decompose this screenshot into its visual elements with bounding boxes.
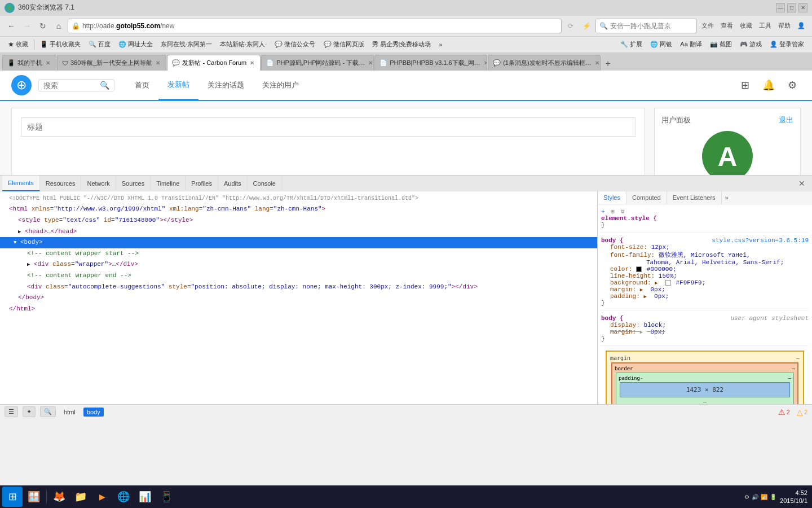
favorites-icon[interactable]: ★ 收藏: [5, 39, 32, 50]
tab-close-icon[interactable]: ✕: [594, 60, 601, 66]
tab-php-source[interactable]: 📄 PHP源码,PHP网站源码 - 下载… ✕: [261, 55, 374, 71]
bell-icon[interactable]: 🔔: [760, 77, 777, 94]
styles-tab-computed[interactable]: Computed: [626, 191, 667, 204]
forum-nav-new-post[interactable]: 发新帖: [158, 71, 198, 100]
address-bar[interactable]: 🔒 http://oade.gotoip55.com/new: [68, 19, 562, 33]
devtools-close-button[interactable]: ✕: [794, 177, 810, 190]
taskbar-item-media[interactable]: ▶: [92, 487, 112, 507]
tab-post-issue[interactable]: 💬 (1条消息)发帖时不显示编辑框… ✕: [488, 55, 601, 71]
devtools-tab-sources[interactable]: Sources: [116, 176, 151, 191]
dom-line-html-close[interactable]: </html>: [0, 304, 597, 315]
文件-button[interactable]: 文件: [699, 20, 716, 31]
xiuchina-btn[interactable]: 秀 易企秀|免费移动场: [369, 39, 435, 50]
工具-button[interactable]: 工具: [757, 20, 774, 31]
devtools-tab-timeline[interactable]: Timeline: [151, 176, 186, 191]
devtools-tab-elements[interactable]: Elements: [2, 176, 40, 191]
taskbar-item-explorer[interactable]: 📁: [70, 487, 91, 507]
taskbar-item-windows[interactable]: 🪟: [24, 487, 44, 507]
style-gear-icon[interactable]: ⚙: [620, 208, 624, 215]
dom-line-html[interactable]: <html xmlns="http://www.w3.org/1999/xhtm…: [0, 204, 597, 215]
dom-line-head[interactable]: ▶<head>…</head>: [0, 226, 597, 238]
tab-close-icon[interactable]: ✕: [483, 60, 487, 66]
tab-close-icon[interactable]: ✕: [155, 60, 161, 66]
url-all-btn[interactable]: 🌐 网址大全: [115, 39, 156, 50]
screenshot-btn[interactable]: 📷 截图: [707, 39, 735, 50]
grid-icon[interactable]: ⊞: [736, 77, 753, 94]
devtools-tab-resources[interactable]: Resources: [40, 176, 82, 191]
home-button[interactable]: ⌂: [52, 19, 65, 33]
close-button[interactable]: ✕: [798, 3, 807, 12]
taskbar-item-browser[interactable]: 🌐: [113, 487, 134, 507]
帮助-button[interactable]: 帮助: [776, 20, 793, 31]
dom-line-body[interactable]: ▼<body>: [0, 237, 597, 248]
netbank-btn[interactable]: 🌐 网银: [647, 39, 676, 50]
settings-icon[interactable]: ⚙: [784, 77, 801, 94]
tray-icon-2[interactable]: 🔊: [752, 494, 758, 500]
forward-button[interactable]: →: [20, 19, 34, 33]
dom-line-comment2[interactable]: <!-- content wrapper end -->: [0, 270, 597, 282]
tray-icon-3[interactable]: 📶: [761, 494, 767, 500]
devtools-html-btn[interactable]: html: [60, 408, 79, 417]
devtools-body-btn[interactable]: body: [83, 408, 104, 417]
post-title-input[interactable]: [21, 117, 636, 137]
forum-nav-users[interactable]: 关注的用户: [253, 71, 308, 100]
news-btn[interactable]: 本站新帖·东阿人·: [217, 39, 270, 50]
devtools-icon-1[interactable]: ☰: [5, 406, 18, 417]
查看-button[interactable]: 查看: [718, 20, 735, 31]
styles-tab-event-listeners[interactable]: Event Listeners: [667, 191, 722, 204]
forum-nav-topics[interactable]: 关注的话题: [198, 71, 253, 100]
search-bar[interactable]: 🔍: [595, 19, 697, 33]
restore-button[interactable]: □: [787, 3, 796, 12]
translate-btn[interactable]: Aa 翻译: [677, 39, 705, 50]
dom-line-wrapper[interactable]: ▶<div class="wrapper">…</div>: [0, 259, 597, 270]
tray-icon-4[interactable]: 🔋: [770, 494, 776, 500]
start-button[interactable]: ⊞: [2, 487, 23, 507]
forum-nav-home[interactable]: 首页: [126, 71, 158, 100]
taskbar-item-phone[interactable]: 📱: [156, 487, 176, 507]
forum-search-icon[interactable]: 🔍: [100, 81, 109, 90]
devtools-tab-network[interactable]: Network: [81, 176, 116, 191]
tab-360-nav[interactable]: 🛡 360导航_新一代安全上网导航 ✕: [57, 55, 166, 71]
games-btn[interactable]: 🎮 游戏: [736, 39, 765, 50]
style-toggle-icon[interactable]: ⊞: [611, 208, 615, 215]
dom-line-autocomplete[interactable]: <div class="autocomplete-suggestions" st…: [0, 282, 597, 293]
tab-carbon-forum[interactable]: 💬 发新帖 - Carbon Forum ✕: [167, 55, 261, 71]
devtools-icon-search[interactable]: 🔍: [40, 406, 56, 417]
logout-button[interactable]: 退出: [779, 115, 793, 125]
phone-favorites-btn[interactable]: 📱 手机收藏夹: [37, 39, 84, 50]
devtools-tab-console[interactable]: Console: [248, 176, 282, 191]
lightning-icon[interactable]: ⚡: [580, 19, 593, 33]
dom-line-doctype[interactable]: <!DOCTYPE html PUBLIC "-//W3C//DTD XHTML…: [0, 194, 597, 204]
login-btn[interactable]: 👤 登录管家: [766, 39, 807, 50]
back-button[interactable]: ←: [5, 19, 18, 33]
more-btn[interactable]: »: [435, 40, 445, 49]
devtools-tab-profiles[interactable]: Profiles: [186, 176, 218, 191]
tab-close-icon[interactable]: ✕: [45, 60, 51, 66]
extensions-btn[interactable]: 🔧 扩展: [617, 39, 646, 50]
wechat-web-btn[interactable]: 💬 微信网页版: [320, 39, 368, 50]
dom-line-style[interactable]: <style type="text/css" id="7161348000"><…: [0, 215, 597, 226]
dom-line-body-close[interactable]: </body>: [0, 292, 597, 304]
devtools-icon-2[interactable]: ✦: [23, 406, 36, 417]
收藏-button[interactable]: 收藏: [738, 20, 754, 31]
style-source-link[interactable]: style.css?version=3.6.5:19: [712, 237, 809, 244]
donghe-btn[interactable]: 东阿在线·东阿第一: [157, 39, 215, 50]
refresh-button[interactable]: ↻: [36, 19, 50, 33]
minimize-button[interactable]: —: [776, 3, 785, 12]
forum-search-input[interactable]: [43, 81, 100, 90]
tab-phpbb[interactable]: 📄 PHPBB|PHPBB v3.1.6下载_网… ✕: [374, 55, 487, 71]
new-tab-button[interactable]: +: [601, 57, 615, 71]
tab-close-icon[interactable]: ✕: [367, 60, 374, 66]
user-icon[interactable]: 👤: [795, 21, 807, 30]
baidu-btn[interactable]: 🔍 百度: [85, 39, 114, 50]
dom-line-comment1[interactable]: <!-- content wrapper start -->: [0, 248, 597, 260]
forum-logo[interactable]: ⊕: [11, 75, 32, 95]
taskbar-item-firefox[interactable]: 🦊: [49, 487, 69, 507]
wechat-public-btn[interactable]: 💬 微信公众号: [271, 39, 319, 50]
forum-search-bar[interactable]: 🔍: [38, 79, 114, 91]
style-add-icon[interactable]: +: [601, 208, 605, 215]
taskbar-item-office[interactable]: 📊: [135, 487, 155, 507]
styles-tab-styles[interactable]: Styles: [598, 191, 626, 204]
search-input[interactable]: [610, 22, 695, 30]
tab-my-phone[interactable]: 📱 我的手机 ✕: [2, 55, 56, 71]
